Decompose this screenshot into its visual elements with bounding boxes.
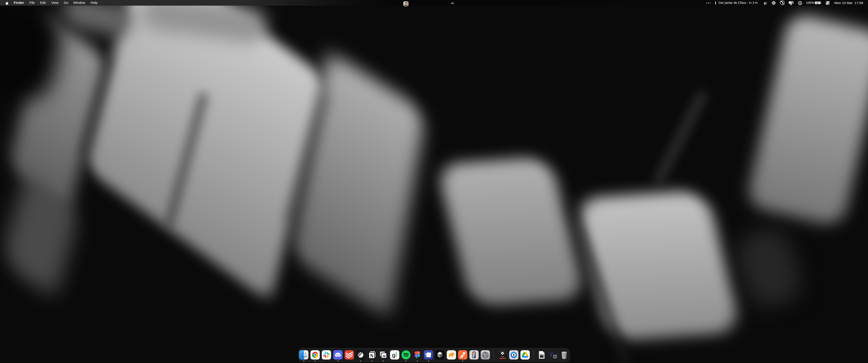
svg-text:raycast: raycast <box>500 356 504 357</box>
svg-text:10: 10 <box>382 355 385 358</box>
svg-text:g: g <box>392 352 396 359</box>
svg-text:N: N <box>370 353 373 358</box>
